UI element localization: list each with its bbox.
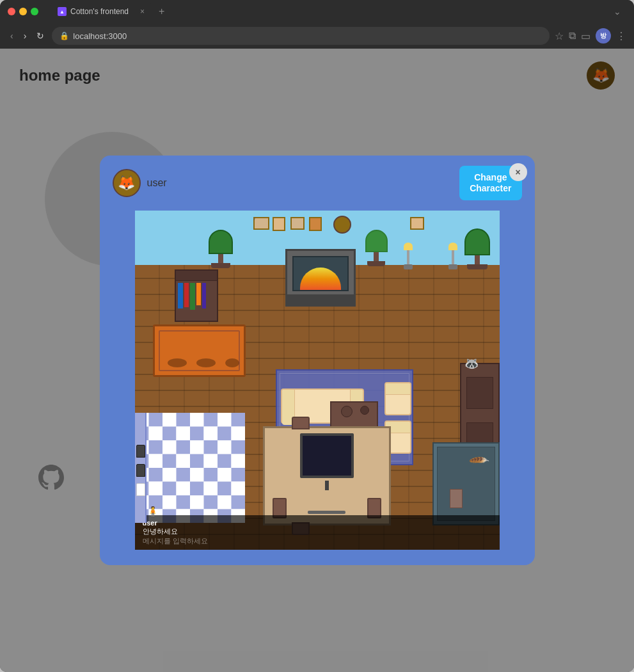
wall-clock [333, 216, 351, 234]
refresh-button[interactable]: ↻ [34, 28, 47, 44]
svg-rect-27 [176, 454, 190, 468]
svg-rect-43 [176, 481, 190, 495]
svg-rect-10 [162, 426, 177, 440]
svg-rect-37 [203, 468, 218, 482]
svg-rect-31 [231, 454, 245, 468]
sidebar-icon[interactable]: ▭ [581, 30, 590, 42]
svg-rect-28 [190, 454, 204, 468]
game-area: ♪ [135, 211, 500, 550]
traffic-lights [8, 8, 38, 15]
url-text: localhost:3000 [73, 31, 127, 41]
svg-rect-2 [162, 413, 177, 427]
active-tab[interactable]: ▲ Cotton's frontend × [50, 3, 152, 20]
chat-message-text: 안녕하세요 [143, 527, 492, 536]
tab-favicon-icon: ▲ [58, 7, 67, 16]
svg-rect-17 [148, 440, 162, 454]
back-button[interactable]: ‹ [8, 28, 16, 44]
tab-close-button[interactable]: × [140, 7, 145, 16]
bookmark-icon[interactable]: ☆ [555, 30, 564, 42]
svg-rect-12 [190, 426, 204, 440]
svg-rect-41 [148, 481, 162, 495]
chess-character: 🧍 [147, 506, 159, 518]
svg-rect-51 [176, 495, 190, 509]
svg-rect-45 [203, 481, 218, 495]
modal-avatar: 🦊 [113, 169, 141, 197]
svg-rect-53 [203, 495, 218, 509]
chat-input-placeholder[interactable]: 메시지를 입력하세요 [143, 536, 492, 546]
svg-rect-13 [203, 426, 218, 440]
wall-note: ♪ [253, 216, 256, 221]
extensions-icon[interactable]: ⧉ [569, 30, 576, 42]
chat-user-label: user [143, 519, 492, 527]
plant-right [365, 230, 388, 262]
tab-bar: ▲ Cotton's frontend × + ⌄ [50, 3, 626, 20]
profile-badge[interactable]: 방 [596, 28, 611, 44]
forward-button[interactable]: › [21, 28, 29, 44]
wall-pic-5 [410, 217, 424, 230]
address-bar: ‹ › ↻ 🔒 localhost:3000 ☆ ⧉ ▭ 방 ⋮ [0, 23, 634, 49]
lamp-right [404, 243, 413, 271]
new-tab-button[interactable]: + [155, 6, 168, 17]
svg-rect-19 [176, 440, 190, 454]
fireplace [285, 249, 356, 307]
plant-far-right [464, 228, 490, 264]
svg-rect-52 [190, 495, 204, 509]
maximize-window-button[interactable] [31, 8, 38, 15]
modal-username: user [147, 177, 167, 189]
desk-area [263, 426, 391, 525]
svg-rect-18 [162, 440, 177, 454]
tab-title-label: Cotton's frontend [70, 7, 129, 16]
lock-icon: 🔒 [59, 31, 69, 40]
svg-rect-7 [231, 413, 245, 427]
bookcase [175, 269, 218, 322]
title-bar: ▲ Cotton's frontend × + ⌄ [0, 0, 634, 23]
svg-rect-20 [190, 440, 204, 454]
chat-overlay: user 안녕하세요 메시지를 입력하세요 [135, 515, 500, 550]
svg-rect-11 [176, 426, 190, 440]
svg-rect-35 [176, 468, 190, 482]
rug-top-left [153, 324, 246, 377]
plant-left [209, 230, 233, 262]
modal-dialog: × 🦊 user Change Character [100, 156, 535, 565]
menu-icon[interactable]: ⋮ [616, 30, 626, 42]
url-bar[interactable]: 🔒 localhost:3000 [52, 27, 550, 45]
svg-rect-44 [190, 481, 204, 495]
modal-user-info: 🦊 user [113, 169, 167, 197]
tab-more-button[interactable]: ⌄ [608, 6, 626, 17]
svg-rect-21 [203, 440, 218, 454]
modal-overlay: × 🦊 user Change Character [0, 49, 634, 672]
svg-rect-46 [218, 481, 232, 495]
svg-rect-15 [231, 426, 245, 440]
wall-pic-3 [290, 217, 305, 230]
svg-rect-1 [148, 413, 162, 427]
svg-rect-22 [218, 440, 232, 454]
svg-rect-47 [231, 481, 245, 495]
modal-close-button[interactable]: × [509, 163, 527, 181]
chess-left-panel [135, 413, 147, 523]
svg-rect-29 [203, 454, 218, 468]
right-desk-area: 🪶 [432, 442, 500, 525]
svg-rect-25 [148, 454, 162, 468]
close-window-button[interactable] [8, 8, 15, 15]
minimize-window-button[interactable] [19, 8, 27, 15]
address-actions: ☆ ⧉ ▭ 방 ⋮ [555, 28, 626, 44]
modal-header: 🦊 user Change Character [100, 156, 535, 211]
svg-rect-6 [218, 413, 232, 427]
wall-pic-2 [273, 217, 285, 231]
svg-rect-5 [203, 413, 218, 427]
svg-rect-3 [176, 413, 190, 427]
desk-monitor [300, 433, 354, 478]
svg-rect-50 [162, 495, 177, 509]
svg-rect-39 [231, 468, 245, 482]
svg-rect-9 [148, 426, 162, 440]
browser-window: ▲ Cotton's frontend × + ⌄ ‹ › ↻ 🔒 localh… [0, 0, 634, 672]
lamp-left [448, 243, 457, 271]
svg-rect-14 [218, 426, 232, 440]
svg-rect-54 [218, 495, 232, 509]
svg-rect-42 [162, 481, 177, 495]
page-content: home page 🦊 × 🦊 [0, 49, 634, 672]
svg-rect-33 [148, 468, 162, 482]
svg-rect-30 [218, 454, 232, 468]
wall-pic-4 [309, 217, 322, 231]
svg-rect-34 [162, 468, 177, 482]
